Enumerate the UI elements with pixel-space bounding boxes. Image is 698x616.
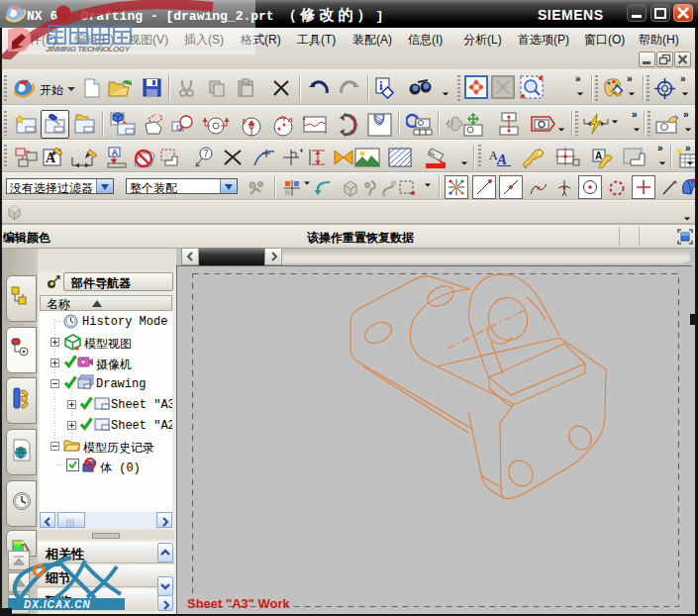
svg-text:A: A — [496, 152, 507, 167]
svg-text:JINMING TECHNOLOGY: JINMING TECHNOLOGY — [46, 45, 131, 53]
svg-text:7: 7 — [203, 149, 209, 159]
svg-text:A: A — [112, 148, 119, 157]
svg-text:DX.ICAX.CN: DX.ICAX.CN — [24, 599, 91, 610]
svg-text:A: A — [595, 151, 602, 161]
svg-text:i: i — [379, 78, 383, 93]
